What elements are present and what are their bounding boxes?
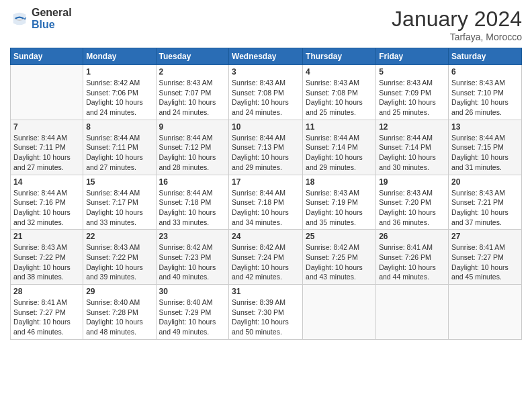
- day-info: Sunrise: 8:43 AMSunset: 7:07 PMDaylight:…: [159, 78, 226, 118]
- day-info: Sunrise: 8:42 AMSunset: 7:23 PMDaylight:…: [159, 242, 226, 282]
- col-saturday: Saturday: [449, 48, 522, 65]
- day-info: Sunrise: 8:43 AMSunset: 7:20 PMDaylight:…: [379, 188, 445, 228]
- col-wednesday: Wednesday: [229, 48, 303, 65]
- day-info: Sunrise: 8:44 AMSunset: 7:11 PMDaylight:…: [86, 133, 152, 173]
- day-number: 19: [379, 177, 445, 187]
- table-row: 3Sunrise: 8:43 AMSunset: 7:08 PMDaylight…: [229, 65, 303, 120]
- page-header: General Blue January 2024 Tarfaya, Moroc…: [10, 7, 522, 42]
- month-title: January 2024: [392, 7, 522, 32]
- day-info: Sunrise: 8:40 AMSunset: 7:29 PMDaylight:…: [159, 298, 226, 337]
- day-info: Sunrise: 8:43 AMSunset: 7:08 PMDaylight:…: [306, 78, 373, 118]
- day-info: Sunrise: 8:43 AMSunset: 7:21 PMDaylight:…: [451, 188, 519, 228]
- day-info: Sunrise: 8:43 AMSunset: 7:08 PMDaylight:…: [232, 78, 300, 118]
- table-row: 6Sunrise: 8:43 AMSunset: 7:10 PMDaylight…: [449, 65, 522, 120]
- day-number: 31: [232, 287, 300, 296]
- day-number: 10: [232, 122, 300, 132]
- col-friday: Friday: [376, 48, 449, 65]
- day-info: Sunrise: 8:41 AMSunset: 7:26 PMDaylight:…: [379, 242, 445, 282]
- calendar-table: Sunday Monday Tuesday Wednesday Thursday…: [10, 48, 522, 340]
- table-row: 30Sunrise: 8:40 AMSunset: 7:29 PMDayligh…: [156, 285, 229, 340]
- logo-general-text: General: [32, 7, 72, 19]
- day-info: Sunrise: 8:43 AMSunset: 7:09 PMDaylight:…: [379, 78, 445, 118]
- table-row: 14Sunrise: 8:44 AMSunset: 7:16 PMDayligh…: [11, 175, 83, 230]
- col-tuesday: Tuesday: [156, 48, 229, 65]
- day-info: Sunrise: 8:40 AMSunset: 7:28 PMDaylight:…: [86, 298, 152, 337]
- table-row: 20Sunrise: 8:43 AMSunset: 7:21 PMDayligh…: [449, 175, 522, 230]
- day-info: Sunrise: 8:42 AMSunset: 7:06 PMDaylight:…: [86, 78, 152, 118]
- table-row: [376, 285, 449, 340]
- day-info: Sunrise: 8:44 AMSunset: 7:14 PMDaylight:…: [379, 133, 445, 173]
- day-info: Sunrise: 8:43 AMSunset: 7:10 PMDaylight:…: [451, 78, 519, 118]
- table-row: 18Sunrise: 8:43 AMSunset: 7:19 PMDayligh…: [303, 175, 376, 230]
- day-info: Sunrise: 8:44 AMSunset: 7:12 PMDaylight:…: [159, 133, 226, 173]
- day-info: Sunrise: 8:44 AMSunset: 7:11 PMDaylight:…: [13, 133, 80, 173]
- day-number: 14: [13, 177, 80, 187]
- calendar-header-row: Sunday Monday Tuesday Wednesday Thursday…: [11, 48, 522, 65]
- col-monday: Monday: [83, 48, 156, 65]
- day-number: 4: [306, 67, 373, 77]
- calendar-week-row: 7Sunrise: 8:44 AMSunset: 7:11 PMDaylight…: [11, 120, 522, 175]
- table-row: 11Sunrise: 8:44 AMSunset: 7:14 PMDayligh…: [303, 120, 376, 175]
- table-row: 26Sunrise: 8:41 AMSunset: 7:26 PMDayligh…: [376, 230, 449, 285]
- table-row: 29Sunrise: 8:40 AMSunset: 7:28 PMDayligh…: [83, 285, 156, 340]
- table-row: 9Sunrise: 8:44 AMSunset: 7:12 PMDaylight…: [156, 120, 229, 175]
- day-info: Sunrise: 8:44 AMSunset: 7:14 PMDaylight:…: [306, 133, 373, 173]
- calendar-week-row: 28Sunrise: 8:41 AMSunset: 7:27 PMDayligh…: [11, 285, 522, 340]
- table-row: 21Sunrise: 8:43 AMSunset: 7:22 PMDayligh…: [11, 230, 83, 285]
- table-row: 4Sunrise: 8:43 AMSunset: 7:08 PMDaylight…: [303, 65, 376, 120]
- day-number: 27: [451, 232, 519, 241]
- day-info: Sunrise: 8:39 AMSunset: 7:30 PMDaylight:…: [232, 298, 300, 337]
- day-info: Sunrise: 8:43 AMSunset: 7:19 PMDaylight:…: [306, 188, 373, 228]
- table-row: 23Sunrise: 8:42 AMSunset: 7:23 PMDayligh…: [156, 230, 229, 285]
- day-number: 25: [306, 232, 373, 241]
- day-number: 3: [232, 67, 300, 77]
- calendar-week-row: 1Sunrise: 8:42 AMSunset: 7:06 PMDaylight…: [11, 65, 522, 120]
- table-row: 17Sunrise: 8:44 AMSunset: 7:18 PMDayligh…: [229, 175, 303, 230]
- day-number: 13: [451, 122, 519, 132]
- table-row: 16Sunrise: 8:44 AMSunset: 7:18 PMDayligh…: [156, 175, 229, 230]
- day-number: 2: [159, 67, 226, 77]
- day-number: 20: [451, 177, 519, 187]
- day-number: 15: [86, 177, 152, 187]
- day-number: 6: [451, 67, 519, 77]
- day-info: Sunrise: 8:44 AMSunset: 7:13 PMDaylight:…: [232, 133, 300, 173]
- table-row: [303, 285, 376, 340]
- day-info: Sunrise: 8:44 AMSunset: 7:18 PMDaylight:…: [159, 188, 226, 228]
- table-row: 7Sunrise: 8:44 AMSunset: 7:11 PMDaylight…: [11, 120, 83, 175]
- table-row: 8Sunrise: 8:44 AMSunset: 7:11 PMDaylight…: [83, 120, 156, 175]
- col-sunday: Sunday: [11, 48, 83, 65]
- day-info: Sunrise: 8:44 AMSunset: 7:16 PMDaylight:…: [13, 188, 80, 228]
- day-number: 1: [86, 67, 152, 77]
- day-number: 24: [232, 232, 300, 241]
- logo: General Blue: [10, 7, 72, 30]
- day-number: 9: [159, 122, 226, 132]
- table-row: 5Sunrise: 8:43 AMSunset: 7:09 PMDaylight…: [376, 65, 449, 120]
- col-thursday: Thursday: [303, 48, 376, 65]
- table-row: 1Sunrise: 8:42 AMSunset: 7:06 PMDaylight…: [83, 65, 156, 120]
- table-row: 27Sunrise: 8:41 AMSunset: 7:27 PMDayligh…: [449, 230, 522, 285]
- day-info: Sunrise: 8:41 AMSunset: 7:27 PMDaylight:…: [13, 298, 80, 337]
- day-info: Sunrise: 8:43 AMSunset: 7:22 PMDaylight:…: [86, 242, 152, 282]
- day-number: 7: [13, 122, 80, 132]
- day-number: 21: [13, 232, 80, 241]
- table-row: 10Sunrise: 8:44 AMSunset: 7:13 PMDayligh…: [229, 120, 303, 175]
- day-number: 8: [86, 122, 152, 132]
- table-row: 2Sunrise: 8:43 AMSunset: 7:07 PMDaylight…: [156, 65, 229, 120]
- table-row: 22Sunrise: 8:43 AMSunset: 7:22 PMDayligh…: [83, 230, 156, 285]
- day-number: 30: [159, 287, 226, 296]
- table-row: 24Sunrise: 8:42 AMSunset: 7:24 PMDayligh…: [229, 230, 303, 285]
- day-info: Sunrise: 8:42 AMSunset: 7:24 PMDaylight:…: [232, 242, 300, 282]
- table-row: 15Sunrise: 8:44 AMSunset: 7:17 PMDayligh…: [83, 175, 156, 230]
- calendar-page: General Blue January 2024 Tarfaya, Moroc…: [0, 0, 532, 411]
- table-row: 12Sunrise: 8:44 AMSunset: 7:14 PMDayligh…: [376, 120, 449, 175]
- day-info: Sunrise: 8:44 AMSunset: 7:18 PMDaylight:…: [232, 188, 300, 228]
- table-row: 28Sunrise: 8:41 AMSunset: 7:27 PMDayligh…: [11, 285, 83, 340]
- calendar-week-row: 21Sunrise: 8:43 AMSunset: 7:22 PMDayligh…: [11, 230, 522, 285]
- day-number: 28: [13, 287, 80, 296]
- title-block: January 2024 Tarfaya, Morocco: [392, 7, 522, 42]
- day-number: 11: [306, 122, 373, 132]
- logo-icon: [10, 9, 29, 28]
- calendar-week-row: 14Sunrise: 8:44 AMSunset: 7:16 PMDayligh…: [11, 175, 522, 230]
- table-row: [11, 65, 83, 120]
- logo-blue-text: Blue: [32, 19, 72, 31]
